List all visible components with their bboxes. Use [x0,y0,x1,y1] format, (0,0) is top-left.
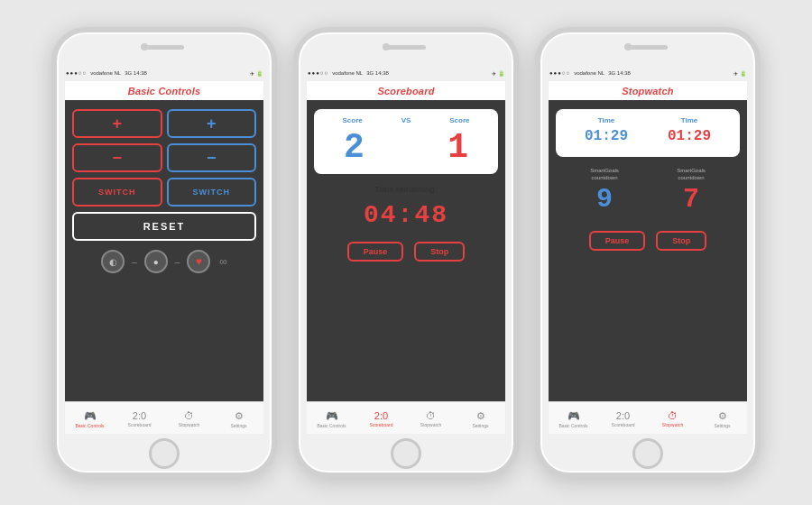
tab-icon-score-1: 2:0 [133,410,146,421]
tab-label-score-2: Scoreboard [370,422,393,427]
tab-icon-basic-2: 🎮 [326,410,338,422]
sw-time-blue: 01:29 [585,128,628,144]
tab-settings-3[interactable]: ⚙ Settings [697,402,747,434]
score-values: 2 1 [323,128,489,167]
screen-title-3: Stopwatch [549,81,747,100]
icon-half-circle: ◐ [101,250,125,273]
phone-stopwatch: ●●●○○ vodafone NL 3G 14:38 ✈ 🔋 Stopwatch… [535,27,761,478]
pause-btn-2[interactable]: Pause [347,242,404,262]
vs-label: VS [401,116,411,124]
tab-label-stop-1: Stopwatch [179,422,199,427]
tab-label-basic-2: Basic Controls [317,423,346,428]
phone-basic-controls: ●●●○○ vodafone NL 3G 14:38 ✈ 🔋 Basic Con… [51,27,277,478]
screen-content-2: Score VS Score 2 1 Time remaining: 04:48… [307,100,505,401]
tab-icon-basic-3: 🎮 [567,410,580,422]
switch-row: SWITCH SWITCH [72,178,256,207]
pause-btn-3[interactable]: Pause [589,231,646,251]
home-button-3[interactable] [632,438,663,469]
tab-bar-3: 🎮 Basic Controls 2:0 Scoreboard ⏱ Stopwa… [549,401,747,434]
tab-label-basic-1: Basic Controls [75,423,104,428]
tab-basic-controls-2[interactable]: 🎮 Basic Controls [307,402,356,434]
status-bar-3: ●●●○○ vodafone NL 3G 14:38 ✈ 🔋 [540,65,755,81]
score-label-right: Score [449,116,469,124]
status-bar-2: ●●●○○ vodafone NL 3G 14:38 ✈ 🔋 [299,65,513,81]
icon-full-circle: ● [144,250,168,273]
time-remaining-label: Time remaining: [374,185,437,194]
sg-val-blue: 9 [596,184,613,215]
score-red: 1 [448,128,468,167]
tab-bar-1: 🎮 Basic Controls 2:0 Scoreboard ⏱ Stopwa… [65,401,263,434]
status-left-3: ●●●○○ vodafone NL 3G 14:38 [549,70,631,76]
plus-red-btn[interactable]: + [72,109,162,138]
tab-bar-2: 🎮 Basic Controls 2:0 Scoreboard ⏱ Stopwa… [307,401,505,434]
status-right-2: ✈ 🔋 [492,70,504,77]
phone-scoreboard: ●●●○○ vodafone NL 3G 14:38 ✈ 🔋 Scoreboar… [293,27,519,478]
minus-row: − − [72,143,256,172]
switch-red-btn[interactable]: SWITCH [72,178,162,207]
screen-basic-controls: Basic Controls + + − − SWITCH SWITCH RES… [65,81,263,434]
score-header: Score VS Score [323,116,489,124]
sg-val-red: 7 [683,184,699,215]
tab-label-score-1: Scoreboard [128,422,152,427]
tab-basic-controls-3[interactable]: 🎮 Basic Controls [549,402,598,434]
switch-blue-btn[interactable]: SWITCH [167,178,257,207]
status-right-3: ✈ 🔋 [734,70,746,77]
sw-time-red: 01:29 [668,128,711,144]
score-label-left: Score [342,116,362,124]
score-blue: 2 [344,128,364,167]
tab-icon-stop-2: ⏱ [426,410,436,421]
phone-top-2 [299,32,513,65]
tab-label-settings-1: Settings [230,423,246,428]
tab-label-stop-3: Stopwatch [662,422,683,427]
tab-basic-controls-1[interactable]: 🎮 Basic Controls [65,402,115,434]
speaker-1 [144,45,184,50]
sg-values: 9 7 [561,184,734,215]
tab-label-settings-3: Settings [714,423,730,428]
stopwatch-card: Time Time 01:29 01:29 [556,109,740,157]
action-btns-2: Pause Stop [347,242,466,262]
plus-row: + + [72,109,256,138]
phone-top-1 [57,32,272,65]
sw-times: 01:29 01:29 [565,128,731,144]
time-label-left: Time [598,116,615,124]
tab-icon-basic-1: 🎮 [84,410,97,422]
tab-label-basic-3: Basic Controls [558,423,587,428]
minus-blue-btn[interactable]: − [167,143,257,172]
score-card: Score VS Score 2 1 [314,109,498,174]
tab-stopwatch-1[interactable]: ⏱ Stopwatch [164,402,214,434]
status-left-2: ●●●○○ vodafone NL 3G 14:38 [308,70,389,76]
home-button-1[interactable] [149,438,180,469]
stop-btn-3[interactable]: Stop [656,231,706,251]
screen-content-1: + + − − SWITCH SWITCH RESET ◐ – [65,100,263,401]
screen-title-2: Scoreboard [307,81,505,100]
tab-icon-stop-1: ⏱ [184,410,194,421]
tab-label-stop-2: Stopwatch [420,422,441,427]
speaker-3 [628,45,668,50]
smart-goals-row: SmartGoalscountdown SmartGoalscountdown … [556,162,740,218]
home-button-2[interactable] [391,438,421,469]
screen-scoreboard: Scoreboard Score VS Score 2 1 Time remai… [307,81,505,434]
phone-top-3 [540,32,755,65]
tab-label-settings-2: Settings [472,423,488,428]
tab-stopwatch-2[interactable]: ⏱ Stopwatch [406,402,456,434]
stop-btn-2[interactable]: Stop [414,242,465,262]
tab-icon-settings-2: ⚙ [476,410,485,422]
reset-btn[interactable]: RESET [72,212,256,241]
tab-icon-score-3: 2:0 [616,410,630,421]
tab-scoreboard-1[interactable]: 2:0 Scoreboard [115,402,164,434]
tab-scoreboard-2[interactable]: 2:0 Scoreboard [356,402,406,434]
screen-content-3: Time Time 01:29 01:29 SmartGoalscountdow… [549,100,747,401]
tab-settings-1[interactable]: ⚙ Settings [214,402,263,434]
tab-stopwatch-3[interactable]: ⏱ Stopwatch [648,402,697,434]
time-remaining-value: 04:48 [364,201,448,229]
tab-label-score-3: Scoreboard [612,422,635,427]
minus-red-btn[interactable]: − [72,143,162,172]
plus-blue-btn[interactable]: + [167,109,257,138]
speaker-2 [386,45,426,50]
tab-scoreboard-3[interactable]: 2:0 Scoreboard [598,402,648,434]
tab-icon-settings-1: ⚙ [235,410,244,422]
icon-heart: ♥ [187,250,210,273]
time-label-right: Time [681,116,698,124]
tab-icon-stop-3: ⏱ [668,410,678,421]
tab-settings-2[interactable]: ⚙ Settings [456,402,505,434]
